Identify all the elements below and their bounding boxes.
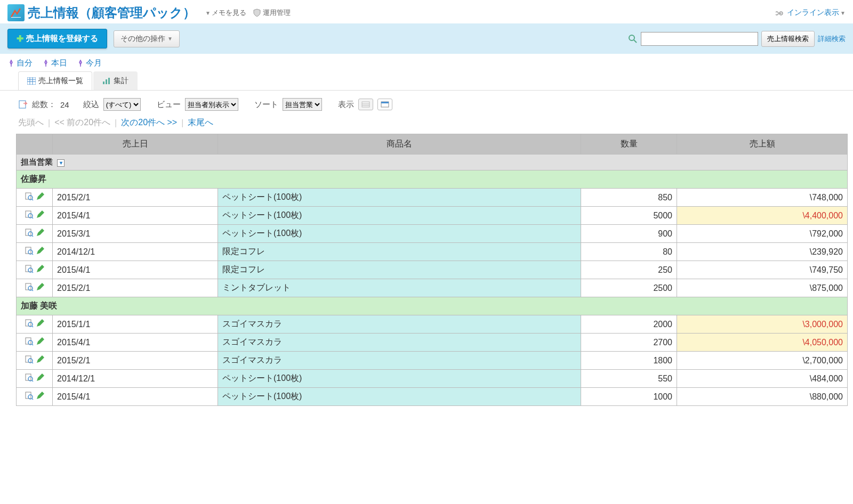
view-mode-compact-button[interactable] <box>358 99 373 110</box>
svg-point-1 <box>629 35 634 40</box>
detail-icon[interactable] <box>25 210 34 219</box>
col-date[interactable]: 売上日 <box>53 134 218 155</box>
edit-icon[interactable] <box>36 373 44 382</box>
qty-cell: 250 <box>581 261 677 279</box>
app-icon <box>7 4 25 21</box>
inline-label: インライン表示 <box>787 8 839 18</box>
filter-label: 絞込 <box>83 100 99 110</box>
actions-cell <box>17 261 53 279</box>
pin-link-0[interactable]: 自分 <box>7 58 33 68</box>
sort-label: ソート <box>254 100 278 110</box>
date-cell: 2015/4/1 <box>53 207 218 225</box>
view-label: ビュー <box>157 100 181 110</box>
advanced-search-link[interactable]: 詳細検索 <box>818 34 846 44</box>
pin-icon <box>77 60 84 67</box>
edit-icon[interactable] <box>36 355 44 364</box>
actions-cell <box>17 243 53 261</box>
svg-rect-0 <box>11 17 21 18</box>
filter-select[interactable]: (すべて) <box>103 98 141 111</box>
pin-link-2[interactable]: 今月 <box>77 58 102 68</box>
tab-1[interactable]: 集計 <box>93 71 138 90</box>
pager-first: 先頭へ <box>18 117 44 128</box>
group-name-cell: 佐藤昇 <box>17 170 848 189</box>
amount-cell: \239,920 <box>677 243 848 261</box>
amount-cell: \880,000 <box>677 388 848 406</box>
qty-cell: 5000 <box>581 207 677 225</box>
svg-line-31 <box>32 272 33 273</box>
date-cell: 2015/2/1 <box>53 279 218 297</box>
page-title: 売上情報（顧客管理パック） <box>28 4 196 21</box>
edit-icon[interactable] <box>36 319 44 328</box>
pin-icon <box>42 60 50 67</box>
table-row: 2015/4/1ペットシート(100枚)1000\880,000 <box>17 388 848 406</box>
edit-icon[interactable] <box>36 392 44 400</box>
detail-icon[interactable] <box>25 265 34 273</box>
detail-icon[interactable] <box>25 373 34 382</box>
actions-cell <box>17 189 53 207</box>
group-by-header: 担当営業 ▾ <box>17 155 848 170</box>
chain-icon <box>776 10 785 16</box>
register-button[interactable]: ✚ 売上情報を登録する <box>7 29 107 48</box>
search-icon[interactable] <box>628 34 638 44</box>
tab-0[interactable]: 売上情報一覧 <box>18 71 92 90</box>
view-memo-link[interactable]: ▼ メモを見る <box>205 8 246 18</box>
date-cell: 2015/4/1 <box>53 388 218 406</box>
product-cell: ペットシート(100枚) <box>218 189 581 207</box>
triangle-down-icon: ▼ <box>167 36 173 42</box>
edit-icon[interactable] <box>36 247 44 255</box>
product-cell: ペットシート(100枚) <box>218 225 581 243</box>
pager-last[interactable]: 末尾へ <box>188 117 213 128</box>
export-icon[interactable] <box>18 100 28 109</box>
sort-select[interactable]: 担当営業 <box>283 98 322 111</box>
edit-icon[interactable] <box>36 210 44 219</box>
edit-icon[interactable] <box>36 283 44 291</box>
date-cell: 2015/4/1 <box>53 261 218 279</box>
pager-next[interactable]: 次の20件へ >> <box>121 117 177 128</box>
col-qty[interactable]: 数量 <box>581 134 677 155</box>
table-row: 2014/12/1ペットシート(100枚)550\484,000 <box>17 370 848 388</box>
inline-display-link[interactable]: インライン表示 ▼ <box>776 8 846 18</box>
memo-label: メモを見る <box>212 8 246 18</box>
operation-label: 運用管理 <box>263 8 291 18</box>
pin-link-1[interactable]: 本日 <box>42 58 67 68</box>
view-select[interactable]: 担当者別表示 <box>185 98 238 111</box>
search-input[interactable] <box>641 32 758 46</box>
shield-icon <box>253 9 261 17</box>
other-operations-button[interactable]: その他の操作 ▼ <box>114 30 180 47</box>
edit-icon[interactable] <box>36 337 44 346</box>
edit-icon[interactable] <box>36 192 44 201</box>
edit-icon[interactable] <box>36 229 44 237</box>
sales-table: 担当営業 ▾ 売上日 商品名 数量 売上額 佐藤昇2015/2/1ペットシート(… <box>16 134 848 406</box>
detail-icon[interactable] <box>25 283 34 291</box>
date-cell: 2015/2/1 <box>53 189 218 207</box>
table-row: 2015/2/1ペットシート(100枚)850\748,000 <box>17 189 848 207</box>
date-cell: 2015/2/1 <box>53 352 218 370</box>
qty-cell: 1800 <box>581 352 677 370</box>
svg-rect-3 <box>27 77 36 85</box>
col-product[interactable]: 商品名 <box>218 134 581 155</box>
table-row: 2015/4/1スゴイマスカラ2700\4,050,000 <box>17 334 848 352</box>
product-cell: スゴイマスカラ <box>218 334 581 352</box>
detail-icon[interactable] <box>25 229 34 237</box>
svg-line-19 <box>32 199 33 200</box>
tab-label: 売上情報一覧 <box>38 76 83 86</box>
total-label: 総数： <box>32 100 56 110</box>
detail-icon[interactable] <box>25 247 34 255</box>
detail-icon[interactable] <box>25 192 34 201</box>
table-row: 2015/4/1ペットシート(100枚)5000\4,400,000 <box>17 207 848 225</box>
product-cell: 限定コフレ <box>218 243 581 261</box>
search-button[interactable]: 売上情報検索 <box>761 31 815 47</box>
operation-management-link[interactable]: 運用管理 <box>253 8 291 18</box>
svg-line-49 <box>32 399 33 400</box>
register-label: 売上情報を登録する <box>26 34 98 44</box>
product-cell: スゴイマスカラ <box>218 352 581 370</box>
col-amount[interactable]: 売上額 <box>677 134 848 155</box>
group-dropdown-icon[interactable]: ▾ <box>57 159 65 167</box>
edit-icon[interactable] <box>36 265 44 273</box>
detail-icon[interactable] <box>25 392 34 400</box>
detail-icon[interactable] <box>25 355 34 364</box>
view-mode-card-button[interactable] <box>377 99 392 110</box>
detail-icon[interactable] <box>25 337 34 346</box>
detail-icon[interactable] <box>25 319 34 328</box>
qty-cell: 900 <box>581 225 677 243</box>
